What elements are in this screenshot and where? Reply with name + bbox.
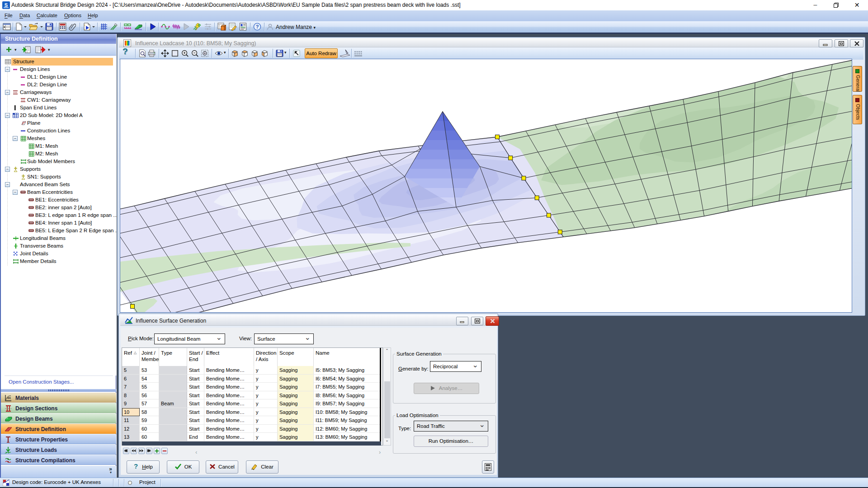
svg-text:?: ? <box>134 463 138 470</box>
svg-text:σε: σε <box>7 396 11 399</box>
svg-text:?: ? <box>256 24 259 29</box>
svg-text:S: S <box>5 2 8 8</box>
